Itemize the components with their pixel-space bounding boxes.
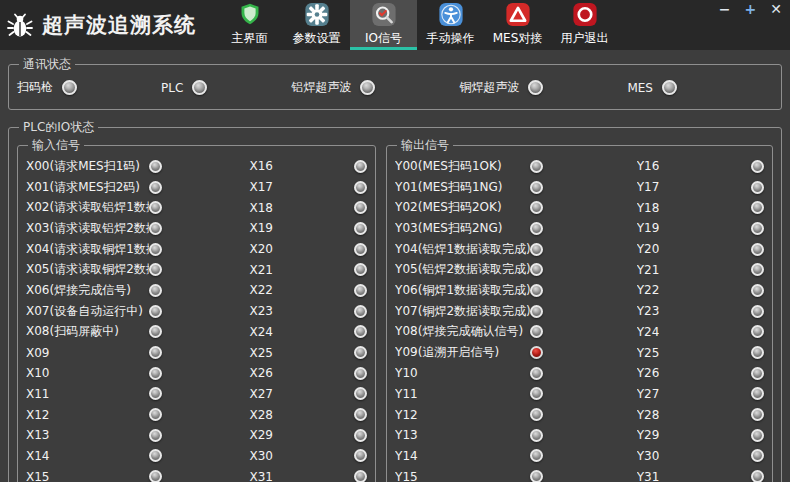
io-signal-row: Y09(追溯开启信号)	[395, 342, 543, 363]
led-indicator	[530, 408, 543, 421]
led-indicator	[354, 284, 367, 297]
led-indicator	[530, 367, 543, 380]
minimize-button[interactable]: −	[719, 2, 731, 16]
shield-icon	[236, 2, 264, 27]
io-signal-row: X13	[26, 425, 162, 446]
io-signal-row: X02(请求读取铝焊1数据)	[26, 197, 162, 218]
io-signal-row: X04(请求读取铜焊1数据)	[26, 239, 162, 260]
input-signal-columns: X00(请求MES扫1码)X01(请求MES扫2码)X02(请求读取铝焊1数据)…	[26, 154, 367, 482]
comm-item-label: 铜焊超声波	[459, 79, 519, 96]
tab-exit[interactable]: 用户退出	[551, 0, 618, 50]
led-indicator	[751, 201, 764, 214]
tab-io-signal[interactable]: IO信号	[350, 0, 417, 50]
io-signal-label: Y07(铜焊2数据读取完成)	[395, 303, 530, 320]
led-indicator	[360, 80, 375, 95]
io-signal-row: X26	[249, 363, 367, 384]
tab-mes[interactable]: MES对接	[484, 0, 551, 50]
io-signal-label: X21	[249, 263, 273, 277]
comm-item-label: MES	[627, 81, 653, 95]
maximize-button[interactable]: +	[745, 2, 757, 16]
io-signal-row: X01(请求MES扫2码)	[26, 177, 162, 198]
io-signal-row: Y26	[637, 363, 764, 384]
app-brand: 超声波追溯系统	[0, 0, 206, 50]
io-signal-label: Y03(MES扫码2NG)	[395, 220, 502, 237]
led-indicator	[354, 181, 367, 194]
io-signal-label: X29	[249, 428, 273, 442]
power-ring-icon	[571, 2, 599, 27]
io-signal-row: X20	[249, 239, 367, 260]
io-signal-label: Y19	[637, 221, 660, 235]
io-signal-label: Y27	[637, 387, 660, 401]
led-indicator	[354, 387, 367, 400]
io-signal-label: X13	[26, 428, 50, 442]
io-signal-label: Y23	[637, 304, 660, 318]
led-indicator	[149, 408, 162, 421]
led-indicator	[149, 470, 162, 482]
io-signal-label: X04(请求读取铜焊1数据)	[26, 241, 149, 258]
tab-io-signal-label: IO信号	[365, 30, 402, 47]
led-indicator	[751, 470, 764, 482]
triangle-icon	[504, 2, 532, 27]
io-signal-row: Y27	[637, 384, 764, 405]
led-indicator	[149, 429, 162, 442]
led-indicator	[530, 222, 543, 235]
accessibility-icon	[437, 2, 465, 27]
io-signal-row: Y24	[637, 322, 764, 343]
io-signal-row: Y28	[637, 404, 764, 425]
io-signal-label: X14	[26, 449, 50, 463]
io-signal-row: X21	[249, 259, 367, 280]
io-signal-row: Y00(MES扫码1OK)	[395, 156, 543, 177]
io-signal-row: X15	[26, 466, 162, 482]
io-signal-label: Y30	[637, 449, 660, 463]
led-indicator	[192, 80, 207, 95]
window-controls: − + ✕	[719, 2, 782, 16]
tab-settings[interactable]: 参数设置	[283, 0, 350, 50]
io-signal-row: Y05(铝焊2数据读取完成)	[395, 259, 543, 280]
io-signal-label: Y24	[637, 325, 660, 339]
tab-manual-label: 手动操作	[427, 30, 475, 47]
led-indicator	[530, 305, 543, 318]
led-indicator	[751, 181, 764, 194]
led-indicator	[751, 346, 764, 359]
io-signal-label: Y29	[637, 428, 660, 442]
led-indicator	[751, 408, 764, 421]
led-indicator	[149, 449, 162, 462]
io-signal-row: X07(设备自动运行中)	[26, 301, 162, 322]
io-signal-label: X18	[249, 201, 273, 215]
led-indicator	[354, 449, 367, 462]
io-signal-label: X24	[249, 325, 273, 339]
tab-manual[interactable]: 手动操作	[417, 0, 484, 50]
io-signal-row: X11	[26, 384, 162, 405]
io-signal-label: Y15	[395, 470, 418, 482]
led-indicator	[751, 222, 764, 235]
plc-io-status-group: PLC的IO状态 输入信号 X00(请求MES扫1码)X01(请求MES扫2码)…	[8, 119, 782, 482]
io-signal-row: Y20	[637, 239, 764, 260]
io-signal-label: X09	[26, 346, 50, 360]
io-signal-label: X30	[249, 449, 273, 463]
led-indicator	[751, 263, 764, 276]
title-bar: 超声波追溯系统 主界面	[0, 0, 790, 50]
output-signal-columns: Y00(MES扫码1OK)Y01(MES扫码1NG)Y02(MES扫码2OK)Y…	[395, 154, 764, 482]
input-signals-group: 输入信号 X00(请求MES扫1码)X01(请求MES扫2码)X02(请求读取铝…	[17, 137, 376, 482]
io-signal-label: X23	[249, 304, 273, 318]
io-signal-label: X17	[249, 180, 273, 194]
io-signal-label: X02(请求读取铝焊1数据)	[26, 199, 149, 216]
output-signals-group: 输出信号 Y00(MES扫码1OK)Y01(MES扫码1NG)Y02(MES扫码…	[386, 137, 773, 482]
led-indicator	[354, 367, 367, 380]
io-signal-row: X31	[249, 466, 367, 482]
io-signal-row: Y11	[395, 384, 543, 405]
io-signal-label: Y26	[637, 366, 660, 380]
led-indicator	[751, 367, 764, 380]
close-button[interactable]: ✕	[770, 2, 782, 16]
io-signal-row: X24	[249, 322, 367, 343]
tab-main[interactable]: 主界面	[216, 0, 283, 50]
io-signal-label: X31	[249, 470, 273, 482]
output-signal-column-2: Y16Y17Y18Y19Y20Y21Y22Y23Y24Y25Y26Y27Y28Y…	[637, 156, 764, 482]
led-indicator	[354, 243, 367, 256]
io-signal-label: X08(扫码屏蔽中)	[26, 323, 119, 340]
comm-item-alu-ultrasonic: 铝焊超声波	[291, 79, 375, 96]
tab-exit-label: 用户退出	[561, 30, 609, 47]
led-indicator	[149, 263, 162, 276]
io-signal-row: Y12	[395, 404, 543, 425]
io-signal-label: X00(请求MES扫1码)	[26, 158, 140, 175]
